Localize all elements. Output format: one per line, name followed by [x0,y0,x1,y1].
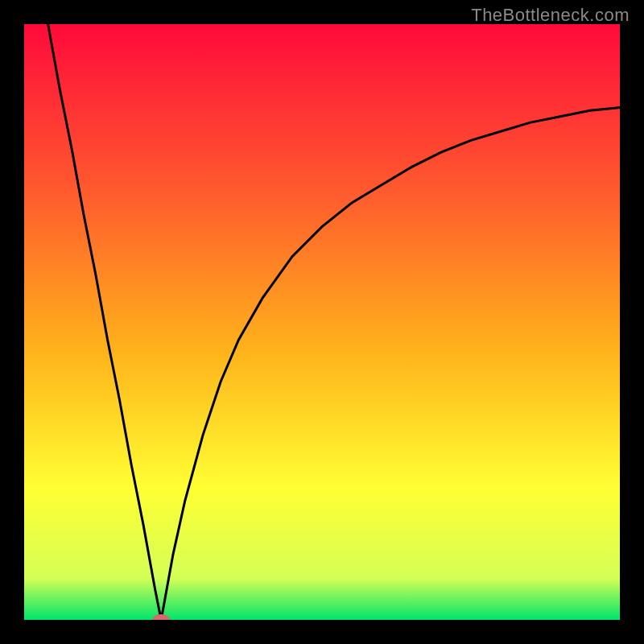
chart-svg [24,24,620,620]
gradient-background [24,24,620,620]
chart-plot-area [24,24,620,620]
chart-frame: TheBottleneck.com [0,0,644,644]
watermark-text: TheBottleneck.com [471,5,630,26]
